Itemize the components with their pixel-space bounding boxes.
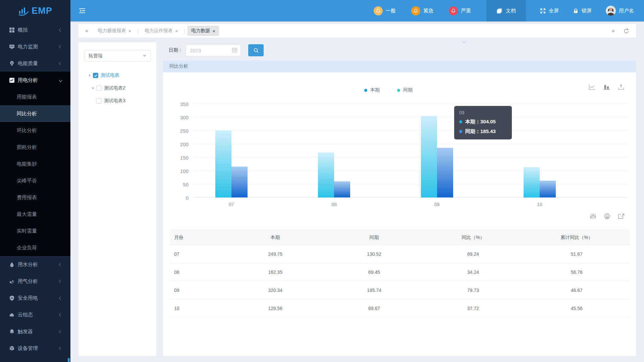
- tabs-scroll-left-icon[interactable]: «: [85, 27, 88, 34]
- chart-bar-series1-10[interactable]: [540, 181, 556, 197]
- sidebar-subitem-energy-report[interactable]: 用能报表: [0, 88, 70, 105]
- y-axis-tick: 150: [171, 155, 189, 161]
- device-tree: 测试电表测试电表2测试电表3: [78, 69, 156, 107]
- sidebar-item-overview[interactable]: 概括: [0, 21, 70, 38]
- table-header-cell: 本期: [225, 230, 326, 245]
- sidebar-item-power-quality[interactable]: 电能质量: [0, 55, 70, 72]
- alert-label: 严重: [461, 8, 471, 14]
- x-axis-label: 07: [229, 202, 234, 207]
- chart-bar-series0-08[interactable]: [318, 153, 334, 197]
- sidebar-item-power-monitor[interactable]: 电力监测: [0, 38, 70, 55]
- table-cell: 09: [169, 281, 225, 299]
- checkbox[interactable]: [93, 73, 98, 78]
- refresh-icon[interactable]: [624, 28, 629, 34]
- sidebar-item-power-analysis[interactable]: 用电分析: [0, 72, 70, 88]
- sidebar-item-safe-power[interactable]: 安全用电: [0, 290, 70, 306]
- tree-node-test-meter-3[interactable]: 测试电表3: [78, 95, 156, 107]
- lock-label: 锁屏: [582, 8, 592, 14]
- close-icon[interactable]: ×: [175, 28, 178, 34]
- menu-fold-icon[interactable]: [79, 8, 86, 13]
- legend-item-series1[interactable]: 同期: [397, 87, 413, 93]
- table-cell: 07: [169, 245, 225, 263]
- sidebar-subitem-realtime-demand[interactable]: 实时需量: [0, 223, 70, 239]
- table-cell: 128.56: [225, 299, 326, 317]
- tree-filter-select[interactable]: 拓普瑞: [84, 50, 151, 62]
- sidebar-item-traffic-card[interactable]: 流量卡: [0, 357, 70, 362]
- export-icon[interactable]: [618, 213, 625, 220]
- alerts-group: 一般紧急严重: [374, 6, 486, 15]
- tab-power-data[interactable]: 电力数据×: [187, 26, 219, 36]
- caret-right-icon[interactable]: [88, 73, 92, 78]
- chart-bar-series1-09[interactable]: [437, 148, 453, 197]
- search-icon: [253, 48, 259, 53]
- alert-critical[interactable]: 严重: [449, 6, 471, 15]
- sidebar-subitem-mom-analysis[interactable]: 环比分析: [0, 122, 70, 139]
- sidebar-subitem-loss-analysis[interactable]: 损耗分析: [0, 139, 70, 156]
- sidebar-item-device-mgmt[interactable]: 设备管理: [0, 340, 70, 357]
- panel-title: 同比分析: [163, 60, 636, 72]
- tab-power-operation-report[interactable]: 电力运作报表×: [141, 26, 182, 36]
- sidebar-subitem-meter-reading[interactable]: 电能集抄: [0, 156, 70, 172]
- fullscreen-icon: [540, 8, 546, 14]
- caret-down-icon[interactable]: [91, 86, 96, 90]
- chart-bar-series1-08[interactable]: [334, 181, 350, 197]
- tab-power-extremes-report[interactable]: 电力极值报表×: [94, 26, 135, 36]
- table-cell: 34.24: [423, 263, 524, 281]
- x-axis-label: 09: [434, 202, 440, 207]
- sidebar-scrollbar-thumb[interactable]: [68, 358, 70, 362]
- checkbox[interactable]: [96, 85, 102, 91]
- sidebar-item-trigger[interactable]: 触发器: [0, 323, 70, 340]
- tree-node-test-meter-2[interactable]: 测试电表2: [78, 82, 156, 95]
- fullscreen-button[interactable]: 全屏: [540, 8, 559, 14]
- documents-button[interactable]: 文档: [486, 0, 526, 21]
- switch-bar-chart-icon[interactable]: [603, 84, 610, 90]
- chart-bar-series0-10[interactable]: [524, 167, 540, 197]
- chart-bar-series0-09[interactable]: [421, 116, 437, 197]
- column-settings-icon[interactable]: [590, 213, 596, 220]
- alert-bell-icon: [374, 6, 383, 15]
- print-icon[interactable]: [604, 213, 610, 220]
- table-row: 10128.5669.6737.7245.56: [169, 299, 630, 317]
- legend-item-series0[interactable]: 本期: [364, 87, 380, 93]
- tabs-scroll-right-icon[interactable]: »: [612, 27, 615, 34]
- date-field: [185, 44, 241, 56]
- tab-bar: « 电力极值报表×|电力运作报表×|电力数据× »: [78, 24, 636, 38]
- user-menu[interactable]: 用户名: [606, 6, 634, 16]
- close-icon[interactable]: ×: [212, 28, 215, 34]
- sidebar-item-gas-analysis[interactable]: 用气分析: [0, 273, 70, 290]
- table-cell: 320.34: [225, 281, 326, 299]
- sidebar-subitem-max-demand[interactable]: 最大需量: [0, 206, 70, 223]
- lock-screen-button[interactable]: 锁屏: [573, 8, 592, 14]
- sidebar-item-cloud-scada[interactable]: 云组态: [0, 306, 70, 323]
- search-button[interactable]: [248, 44, 264, 56]
- tree-node-label: 测试电表: [101, 72, 119, 78]
- chart-bar-series1-07[interactable]: [231, 167, 248, 197]
- switch-line-chart-icon[interactable]: [589, 84, 596, 90]
- tooltip-text: 同期：185.43: [465, 128, 496, 135]
- chart-legend: 本期同期: [364, 87, 413, 93]
- save-image-icon[interactable]: [618, 84, 625, 90]
- sidebar-subitem-yoy-analysis[interactable]: 同比分析: [0, 105, 70, 122]
- tree-node-test-meter-1[interactable]: 测试电表: [78, 69, 156, 82]
- alert-label: 一般: [386, 8, 396, 14]
- close-icon[interactable]: ×: [128, 28, 131, 34]
- tab-label: 电力数据: [191, 28, 210, 34]
- expander-spacer: [91, 99, 96, 103]
- sidebar-item-water-analysis[interactable]: 用水分析: [0, 256, 70, 273]
- sidebar-subitem-enterprise-load[interactable]: 企业负荷: [0, 239, 70, 256]
- panel-collapse-caret-icon[interactable]: [462, 39, 466, 43]
- sidebar-subitem-cost-report[interactable]: 费用报表: [0, 189, 70, 206]
- date-input[interactable]: [185, 44, 241, 56]
- sidebar-subitem-peak-valley[interactable]: 尖峰平谷: [0, 172, 70, 189]
- chart-bar-series0-07[interactable]: [215, 130, 231, 197]
- table-cell: 185.74: [326, 281, 422, 299]
- y-axis-tick: 300: [171, 115, 189, 120]
- alert-bell-icon: [411, 6, 420, 15]
- alert-general[interactable]: 一般: [374, 6, 396, 15]
- checkbox[interactable]: [96, 98, 102, 104]
- sidebar-item-label: 电能质量: [18, 60, 38, 67]
- yoy-data-table: 月份本期同期同比（%）累计同比（%） 07249.75130.5289.2451…: [169, 230, 630, 317]
- x-axis-label: 08: [332, 202, 337, 207]
- table-body: 07249.75130.5289.2451.6708162.3569.4534.…: [169, 245, 630, 317]
- alert-urgent[interactable]: 紧急: [411, 6, 433, 15]
